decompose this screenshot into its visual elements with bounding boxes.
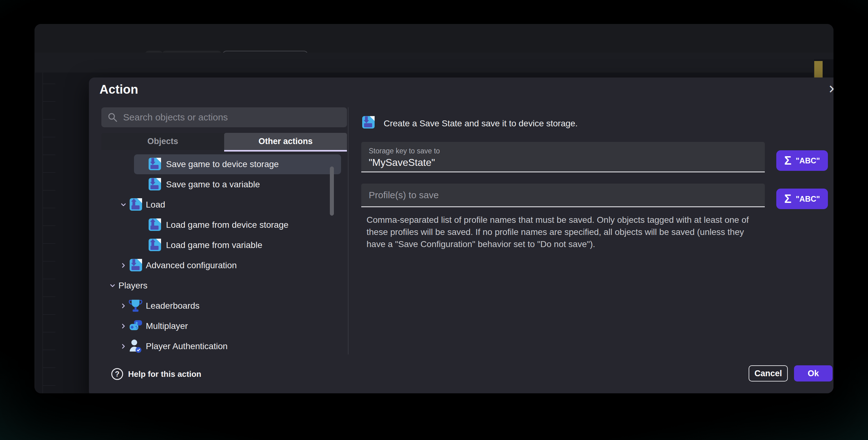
list-item[interactable]: Leaderboards (101, 297, 347, 316)
save-icon (128, 258, 143, 272)
list-item[interactable]: Load (101, 196, 347, 214)
field-help-text: Comma-separated list of profile names th… (367, 214, 760, 250)
ok-button[interactable]: Ok (794, 365, 833, 381)
list-item[interactable]: Load game from variable (101, 236, 347, 255)
profiles-field[interactable]: Profile(s) to save (361, 184, 765, 207)
tab-other-actions[interactable]: Other actions (224, 133, 347, 150)
abc-label: "ABC" (796, 156, 820, 165)
field-value: "MySaveState" (369, 157, 435, 168)
load-icon (147, 237, 162, 252)
list-item[interactable]: Save game to device storage (101, 155, 347, 174)
person-icon (128, 339, 143, 353)
search-placeholder: Search objects or actions (123, 112, 228, 123)
help-icon: ? (111, 368, 123, 380)
list-item-label: Players (119, 281, 147, 291)
actions-tree: Save game to device storageSave game to … (101, 153, 347, 355)
titlebar: Game Scene ✕ Game Scene (Events) ✕ Ask A… (34, 24, 834, 53)
list-item-label: Leaderboards (146, 301, 199, 311)
search-icon (107, 112, 118, 123)
sigma-icon: Σ (784, 192, 792, 206)
load-icon (147, 217, 162, 232)
field-placeholder: Profile(s) to save (369, 190, 439, 200)
desktop: Game Scene ✕ Game Scene (Events) ✕ Ask A… (0, 0, 868, 440)
list-item-label: Save game to device storage (166, 159, 279, 169)
gdevelop-window: Game Scene ✕ Game Scene (Events) ✕ Ask A… (34, 24, 834, 393)
search-input[interactable]: Search objects or actions (101, 107, 347, 127)
tab-objects[interactable]: Objects (101, 133, 224, 150)
panel-divider (348, 107, 348, 354)
dialog-tabs: Objects Other actions (101, 133, 347, 150)
list-item-label: Save game to a variable (166, 180, 260, 189)
abc-label: "ABC" (796, 195, 820, 204)
list-item[interactable]: Player Authentication (101, 337, 347, 356)
list-item-label: Load game from device storage (166, 220, 288, 230)
list-scrollbar[interactable] (330, 167, 334, 216)
list-item[interactable]: Save game to a variable (101, 176, 347, 194)
list-item-label: Load (146, 200, 165, 210)
expression-editor-button[interactable]: Σ "ABC" (776, 188, 828, 209)
list-item-label: Multiplayer (146, 321, 188, 331)
list-item[interactable]: Load game from device storage (101, 216, 347, 235)
save-icon (361, 115, 376, 130)
help-label: Help for this action (128, 369, 201, 379)
chevron-right-icon[interactable] (120, 302, 127, 309)
list-item-label: Load game from variable (166, 240, 262, 250)
field-label: Storage key to save to (369, 147, 440, 155)
list-item[interactable]: Players (101, 276, 347, 295)
events-gutter (42, 72, 55, 393)
cancel-button[interactable]: Cancel (749, 365, 788, 381)
chevron-down-icon[interactable] (109, 282, 116, 289)
expression-editor-button[interactable]: Σ "ABC" (776, 150, 828, 171)
chevron-right-icon[interactable] (120, 262, 127, 269)
trophy-icon (128, 298, 143, 313)
load-icon (128, 197, 143, 212)
save-icon (147, 177, 162, 192)
sigma-icon: Σ (784, 154, 792, 168)
list-item[interactable]: Multiplayer (101, 317, 347, 336)
storage-key-field[interactable]: Storage key to save to "MySaveState" (361, 142, 765, 172)
list-item[interactable]: Advanced configuration (101, 256, 347, 275)
list-item-label: Player Authentication (146, 341, 227, 351)
chevron-right-icon[interactable] (120, 343, 127, 350)
save-icon (147, 156, 162, 172)
dialog-title: Action (99, 83, 138, 96)
action-description: Create a Save State and save it to devic… (384, 119, 578, 128)
action-dialog: Action ✕ Search objects or actions Objec… (89, 78, 834, 393)
help-for-action-link[interactable]: ? Help for this action (111, 368, 201, 380)
chevron-right-icon[interactable] (120, 323, 127, 329)
list-item-label: Advanced configuration (146, 260, 237, 270)
chevron-down-icon[interactable] (120, 201, 127, 208)
close-dialog-button[interactable]: ✕ (825, 81, 834, 97)
gamepad-icon (128, 318, 143, 333)
